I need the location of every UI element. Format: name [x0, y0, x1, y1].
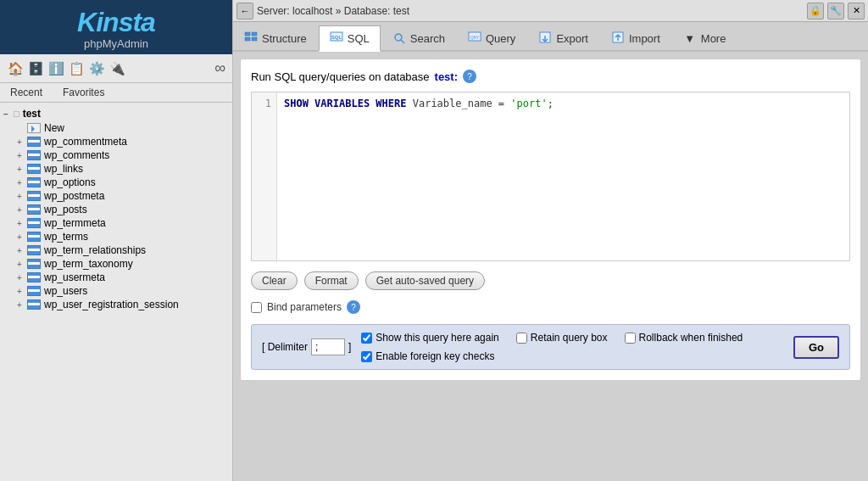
- table-name: wp_postmeta: [44, 190, 104, 202]
- back-button[interactable]: ←: [236, 3, 253, 20]
- go-button[interactable]: Go: [793, 336, 839, 359]
- tree-table-wp_termmeta[interactable]: + wp_termmeta: [14, 216, 232, 230]
- db-item-test[interactable]: − □ test: [0, 106, 232, 121]
- show-query-checkbox[interactable]: [361, 333, 372, 344]
- svg-rect-2: [245, 37, 250, 41]
- home-icon[interactable]: 🏠: [7, 60, 24, 77]
- table-name: wp_users: [44, 285, 87, 297]
- sql-title-text: Run SQL query/queries on database: [251, 70, 430, 83]
- foreign-key-label: Enable foreign key checks: [376, 350, 494, 362]
- collapse-icon: −: [3, 109, 12, 119]
- tree-table-wp_term_taxonomy[interactable]: + wp_term_taxonomy: [14, 257, 232, 271]
- settings-icon[interactable]: ⚙️: [88, 60, 105, 77]
- retain-query-option[interactable]: Retain query box: [516, 332, 608, 344]
- table-name: wp_termmeta: [44, 217, 106, 229]
- db-children: New + wp_commentmeta + wp_comments + wp_…: [14, 121, 232, 311]
- tab-search[interactable]: Search: [381, 25, 456, 50]
- help-icon[interactable]: ?: [463, 70, 476, 83]
- bind-params-checkbox[interactable]: [251, 302, 262, 313]
- bind-params-label: Bind parameters: [267, 301, 342, 313]
- table-icon: [27, 245, 41, 255]
- close-icon[interactable]: ✕: [848, 3, 865, 20]
- line-number-1: 1: [257, 98, 271, 109]
- tree-table-wp_comments[interactable]: + wp_comments: [14, 148, 232, 162]
- table-icon: [27, 177, 41, 187]
- foreign-key-option[interactable]: Enable foreign key checks: [361, 350, 494, 362]
- table-name: wp_links: [44, 163, 83, 175]
- svg-rect-3: [252, 37, 257, 41]
- tab-structure-label: Structure: [262, 32, 307, 45]
- svg-text:SQL: SQL: [331, 35, 342, 40]
- tree-table-wp_links[interactable]: + wp_links: [14, 162, 232, 176]
- lock-icon[interactable]: 🔒: [807, 3, 824, 20]
- main-content: ← Server: localhost » Database: test 🔒 🔧…: [233, 0, 868, 481]
- import-icon: [611, 31, 625, 45]
- tab-import-label: Import: [629, 32, 660, 45]
- svg-rect-1: [252, 32, 257, 36]
- sql-code-area[interactable]: SHOW VARIABLES WHERE Variable_name = 'po…: [277, 92, 849, 260]
- table-icon: [27, 286, 41, 296]
- delimiter-section: [ Delimiter ]: [262, 338, 351, 355]
- info-icon[interactable]: ℹ️: [47, 60, 64, 77]
- foreign-key-checkbox[interactable]: [361, 351, 372, 362]
- database-icon[interactable]: 🗄️: [27, 60, 44, 77]
- table-name: wp_user_registration_session: [44, 299, 179, 310]
- tree-table-wp_user_registration_session[interactable]: + wp_user_registration_session: [14, 298, 232, 311]
- rollback-option[interactable]: Rollback when finished: [625, 332, 743, 344]
- table-icon: [27, 259, 41, 269]
- table-icon: [27, 204, 41, 215]
- code-editor: 1 SHOW VARIABLES WHERE Variable_name = '…: [251, 92, 850, 261]
- tab-more[interactable]: ▼ More: [672, 25, 737, 50]
- show-query-option[interactable]: Show this query here again: [361, 332, 498, 344]
- tree-table-wp_commentmeta[interactable]: + wp_commentmeta: [14, 135, 232, 148]
- retain-query-checkbox[interactable]: [516, 333, 527, 344]
- tree-table-wp_users[interactable]: + wp_users: [14, 284, 232, 298]
- delimiter-input[interactable]: [311, 338, 345, 355]
- phpmyadmin-logo-text: phpMyAdmin: [4, 37, 228, 50]
- table-name: wp_comments: [44, 149, 109, 161]
- svg-text:QRY: QRY: [470, 35, 480, 40]
- more-chevron-icon: ▼: [683, 31, 697, 45]
- new-label: New: [44, 122, 64, 134]
- format-button[interactable]: Format: [304, 271, 359, 290]
- delimiter-open-label: [ Delimiter: [262, 341, 308, 353]
- rollback-checkbox[interactable]: [625, 333, 636, 344]
- table-name: wp_commentmeta: [44, 136, 127, 148]
- tab-sql-label: SQL: [348, 32, 370, 45]
- db-tree: − □ test New + wp_commentmeta + wp_comme…: [0, 103, 232, 481]
- tab-import[interactable]: Import: [600, 25, 671, 50]
- tab-query[interactable]: QRY Query: [457, 25, 526, 50]
- tab-search-label: Search: [410, 32, 445, 45]
- table-name: wp_term_taxonomy: [44, 258, 133, 270]
- export-icon: [538, 31, 552, 45]
- tab-export[interactable]: Export: [527, 25, 599, 50]
- line-numbers: 1: [252, 92, 277, 260]
- table-name: wp_terms: [44, 231, 88, 243]
- autosave-button[interactable]: Get auto-saved query: [365, 271, 485, 290]
- tree-new[interactable]: New: [14, 121, 232, 135]
- recent-tab[interactable]: Recent: [0, 83, 53, 102]
- wrench-icon[interactable]: 🔧: [827, 3, 844, 20]
- clear-button[interactable]: Clear: [251, 271, 298, 290]
- external-link-icon[interactable]: ∞: [214, 59, 225, 77]
- table-icon: [27, 150, 41, 160]
- tree-table-wp_postmeta[interactable]: + wp_postmeta: [14, 189, 232, 203]
- bind-params-help-icon[interactable]: ?: [347, 300, 360, 314]
- structure-icon: [244, 31, 258, 45]
- bind-params-row: Bind parameters ?: [251, 300, 850, 314]
- kinsta-logo-text: Kinsta: [4, 8, 228, 36]
- copy-icon[interactable]: 📋: [68, 60, 85, 77]
- favorites-tab[interactable]: Favorites: [53, 83, 114, 102]
- tab-structure[interactable]: Structure: [233, 25, 318, 50]
- tree-table-wp_posts[interactable]: + wp_posts: [14, 203, 232, 216]
- tree-table-wp_usermeta[interactable]: + wp_usermeta: [14, 271, 232, 284]
- table-name: wp_term_relationships: [44, 244, 146, 256]
- tree-table-wp_term_relationships[interactable]: + wp_term_relationships: [14, 243, 232, 257]
- db-folder-icon: □: [14, 109, 19, 119]
- tree-table-wp_terms[interactable]: + wp_terms: [14, 230, 232, 243]
- tab-sql[interactable]: SQL SQL: [319, 25, 381, 52]
- tree-table-wp_options[interactable]: + wp_options: [14, 176, 232, 189]
- logout-icon[interactable]: 🔌: [108, 60, 125, 77]
- tab-more-label: More: [701, 32, 726, 45]
- table-name: wp_options: [44, 176, 96, 188]
